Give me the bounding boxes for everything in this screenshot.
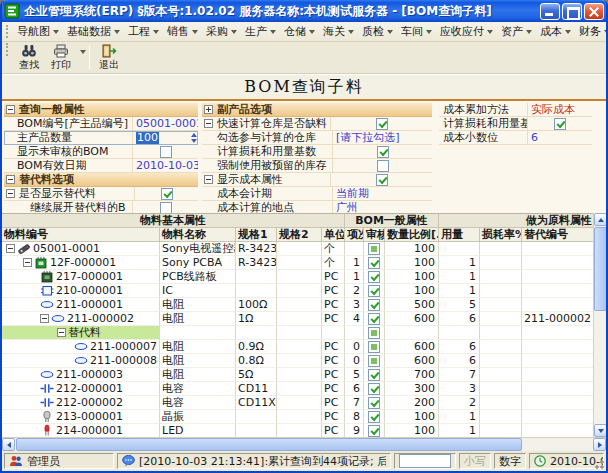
toolbar-grip[interactable]	[6, 25, 9, 38]
warehouse-select[interactable]: [请下拉勾选]	[332, 131, 432, 144]
table-row[interactable]: 05001-0001Sony电视遥控器 (/R-3423个100	[2, 242, 593, 256]
toolbar-grip[interactable]	[6, 43, 9, 56]
col-sub[interactable]: 替代编号	[522, 228, 593, 241]
col-spec1[interactable]: 规格1	[236, 228, 277, 241]
table-row[interactable]: 217-000001PCB线路板PC11001	[2, 270, 593, 284]
table-row[interactable]: 213-000001晶振PC81001	[2, 410, 593, 424]
menu-item[interactable]: 导航图	[13, 23, 63, 41]
status-input[interactable]	[399, 454, 451, 468]
table-row[interactable]: 211-000003电阻5ΩPC57007	[2, 368, 593, 382]
form-row-qty[interactable]: 主产品数量 100	[4, 131, 198, 145]
scroll-left-icon[interactable]	[2, 438, 15, 451]
table-row[interactable]: 12F-000001Sony PCBAR-3423个11001	[2, 256, 593, 270]
scroll-down-icon[interactable]	[594, 424, 607, 437]
menu-item[interactable]: 基础数据	[63, 23, 124, 41]
form-row-method-loss[interactable]: 计算损耗和用量基数	[439, 117, 592, 131]
form-row-cost-method[interactable]: 成本累加方法 实际成本	[439, 103, 592, 117]
form-row-bom-no[interactable]: BOM编号[产主品编号] 05001-0001	[4, 117, 198, 131]
exit-button[interactable]: 退出	[93, 43, 125, 72]
expand-substitute-checkbox[interactable]	[160, 202, 172, 214]
unaudited-checkbox[interactable]	[160, 146, 172, 158]
audit-checkbox[interactable]	[368, 383, 380, 395]
col-qty[interactable]: 数量比例[...	[385, 228, 439, 241]
scroll-right-icon[interactable]	[593, 438, 606, 451]
table-row[interactable]: 212-000001电容CD11PC63003	[2, 382, 593, 396]
form-row-loss-base[interactable]: 计算损耗和用量基数	[202, 145, 432, 159]
print-button[interactable]: 打印	[45, 42, 77, 73]
bom-no-value[interactable]: 05001-0001	[132, 117, 198, 130]
menu-item[interactable]: 应收应付	[436, 23, 497, 41]
group-header-byproduct[interactable]: 副产品选项	[202, 103, 432, 117]
menu-item[interactable]: 成本	[536, 23, 575, 41]
menu-item[interactable]: 仓储	[280, 23, 319, 41]
form-row-decimals[interactable]: 成本小数位 6	[439, 131, 592, 145]
col-name[interactable]: 物料名称	[160, 228, 236, 241]
col-audit[interactable]: 审核	[364, 228, 385, 241]
collapse-icon[interactable]	[40, 314, 49, 323]
col-spec2[interactable]: 规格2	[277, 228, 322, 241]
form-row-cost-period[interactable]: 成本会计期 当前期	[202, 187, 432, 201]
cost-props-checkbox[interactable]	[376, 174, 388, 186]
audit-checkbox[interactable]	[368, 327, 380, 339]
table-row[interactable]: 211-000001电阻100ΩPC35005	[2, 298, 593, 312]
expand-icon[interactable]	[204, 105, 213, 114]
col-code[interactable]: 物料编号	[2, 228, 160, 241]
quick-calc-checkbox[interactable]	[376, 118, 388, 130]
col-item[interactable]: 项次	[345, 228, 364, 241]
table-row[interactable]: 211-000002电阻1ΩPC46006211-000002	[2, 312, 593, 326]
menu-item[interactable]: 资产	[497, 23, 536, 41]
collapse-icon[interactable]	[6, 175, 15, 184]
reserved-stock-checkbox[interactable]	[377, 160, 389, 172]
find-button[interactable]: 查找	[13, 43, 45, 72]
menu-item[interactable]: 采购	[202, 23, 241, 41]
table-row[interactable]: 替代料	[2, 326, 593, 340]
table-row[interactable]: 214-000001LEDPC91001	[2, 424, 593, 437]
form-row-cost-props[interactable]: 显示成本属性	[202, 173, 432, 187]
menu-item[interactable]: 质检	[358, 23, 397, 41]
menu-item[interactable]: 车间	[397, 23, 436, 41]
audit-checkbox[interactable]	[368, 411, 380, 423]
cost-period-value[interactable]: 当前期	[332, 187, 432, 200]
resize-grip[interactable]	[592, 457, 605, 470]
close-button[interactable]	[584, 3, 604, 20]
form-row-quick-calc[interactable]: 快速计算仓库是否缺料	[202, 117, 432, 131]
group-header-general[interactable]: 查询一般属性	[4, 103, 198, 117]
audit-checkbox[interactable]	[368, 285, 380, 297]
qty-input[interactable]: 100	[132, 131, 198, 144]
form-row-date[interactable]: BOM有效日期 2010-10-03	[4, 159, 198, 173]
col-loss[interactable]: 损耗率%	[480, 228, 522, 241]
form-row-unaudited[interactable]: 显示未审核的BOM	[4, 145, 198, 159]
table-row[interactable]: 211-000008电阻0.8ΩPC06006	[2, 354, 593, 368]
loss-base-checkbox[interactable]	[377, 146, 389, 158]
qty-spinner[interactable]	[191, 133, 197, 143]
table-row[interactable]: 210-000001ICPC21001	[2, 284, 593, 298]
audit-checkbox[interactable]	[368, 355, 380, 367]
audit-checkbox[interactable]	[368, 341, 380, 353]
horizontal-scrollbar[interactable]	[2, 437, 606, 451]
collapse-icon[interactable]	[6, 105, 15, 114]
minimize-button[interactable]	[540, 3, 560, 20]
col-usage[interactable]: 用量	[439, 228, 480, 241]
collapse-icon[interactable]	[23, 258, 32, 267]
menu-item[interactable]: 工程	[124, 23, 163, 41]
decimals-value[interactable]: 6	[527, 131, 592, 144]
collapse-icon[interactable]	[6, 244, 15, 253]
col-unit[interactable]: 单位	[322, 228, 345, 241]
collapse-icon[interactable]	[57, 328, 66, 337]
scroll-up-icon[interactable]	[594, 213, 607, 226]
vertical-scrollbar[interactable]	[593, 213, 606, 437]
audit-checkbox[interactable]	[368, 299, 380, 311]
audit-checkbox[interactable]	[368, 397, 380, 409]
menu-item[interactable]: 生产	[241, 23, 280, 41]
audit-checkbox[interactable]	[368, 313, 380, 325]
collapse-icon[interactable]	[6, 189, 15, 198]
show-substitute-checkbox[interactable]	[161, 188, 173, 200]
audit-checkbox[interactable]	[368, 425, 380, 437]
print-dropdown-icon[interactable]	[80, 50, 86, 54]
audit-checkbox[interactable]	[368, 243, 380, 255]
audit-checkbox[interactable]	[368, 369, 380, 381]
form-row-show-sub[interactable]: 是否显示替代料	[4, 187, 198, 201]
table-row[interactable]: 212-000002电容CD11XPC72002	[2, 396, 593, 410]
collapse-icon[interactable]	[204, 119, 213, 128]
collapse-icon[interactable]	[204, 175, 213, 184]
